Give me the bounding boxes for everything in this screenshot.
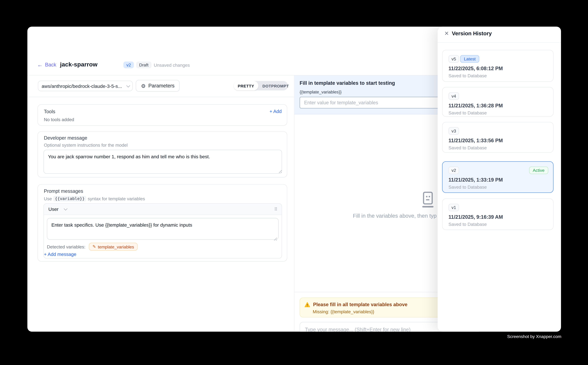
- template-variable-name: template_variables: [98, 244, 134, 249]
- warning-missing-text: Missing: {{template_variables}}: [313, 309, 374, 314]
- toolbar-divider: [28, 97, 294, 97]
- close-icon[interactable]: ×: [443, 29, 450, 38]
- version-number-badge: v1: [449, 204, 459, 211]
- version-card-v5[interactable]: v5 Latest 11/22/2025, 6:08:12 PM Saved t…: [442, 50, 553, 82]
- subtitle-suffix: syntax for template variables: [88, 196, 145, 201]
- empty-state-text: Fill in the variables above, then typ: [353, 213, 437, 219]
- view-mode-toggle: PRETTY DOTPROMPT: [234, 81, 288, 90]
- active-badge: Active: [529, 167, 548, 174]
- version-card-v4[interactable]: v4 11/21/2025, 1:36:28 PM Saved to Datab…: [442, 87, 553, 117]
- pencil-icon: ✎: [92, 244, 96, 249]
- unsaved-changes-label: Unsaved changes: [154, 63, 190, 68]
- version-number-badge: v5: [449, 55, 459, 63]
- version-card-v1[interactable]: v1 11/21/2025, 9:16:39 AM Saved to Datab…: [442, 198, 553, 230]
- developer-message-title: Developer message: [44, 135, 87, 141]
- version-timestamp: 11/21/2025, 9:16:39 AM: [449, 214, 503, 220]
- chevron-down-icon[interactable]: [64, 207, 68, 211]
- robot-head: [423, 192, 433, 204]
- screenshot-stage: ← Back jack-sparrow v2 Draft Unsaved cha…: [0, 0, 588, 365]
- drag-handle-icon[interactable]: ⠿: [274, 207, 277, 212]
- version-number-badge: v4: [449, 92, 459, 100]
- toggle-pretty[interactable]: PRETTY: [234, 81, 258, 90]
- message-block: User ⠿ Enter task specifics. Use {{templ…: [44, 203, 282, 259]
- version-status: Saved to Database: [449, 110, 487, 116]
- version-timestamp: 11/22/2025, 6:08:12 PM: [449, 66, 503, 71]
- gear-icon: ⚙: [141, 83, 146, 88]
- back-label: Back: [45, 62, 56, 68]
- role-select-value[interactable]: User: [48, 206, 59, 212]
- robot-base: [422, 206, 434, 208]
- page-title: jack-sparrow: [60, 61, 97, 68]
- detected-variables-row: Detected variables: ✎ template_variables: [47, 243, 138, 251]
- resize-handle-icon[interactable]: [273, 237, 277, 240]
- robot-icon: [420, 192, 435, 209]
- warning-icon: [304, 302, 310, 307]
- watermark-text: Screenshot by Xnapper.com: [507, 334, 561, 339]
- chevron-down-icon: [126, 84, 130, 87]
- version-number-badge: v2: [449, 167, 459, 174]
- version-history-title: Version History: [452, 30, 492, 36]
- subtitle-prefix: Use: [44, 196, 52, 201]
- version-card-v3[interactable]: v3 11/21/2025, 1:33:56 PM Saved to Datab…: [442, 122, 553, 153]
- tools-card: Tools + Add No tools added: [38, 104, 287, 126]
- drawer-divider: [438, 42, 561, 43]
- add-message-button[interactable]: + Add message: [44, 252, 76, 257]
- warning-title: Please fill in all template variables ab…: [313, 302, 408, 307]
- version-timestamp: 11/21/2025, 1:33:19 PM: [449, 177, 503, 183]
- tools-title: Tools: [44, 109, 55, 114]
- version-badge: v2: [123, 62, 134, 68]
- toggle-dotprompt[interactable]: DOTPROMPT: [258, 81, 293, 90]
- version-status: Saved to Database: [449, 73, 487, 78]
- tools-empty-text: No tools added: [44, 117, 74, 122]
- version-history-drawer: × Version History v5 Latest 11/22/2025, …: [438, 27, 561, 332]
- version-status: Saved to Database: [449, 145, 487, 150]
- version-timestamp: 11/21/2025, 1:33:56 PM: [449, 138, 503, 143]
- version-number-badge: v3: [449, 127, 459, 135]
- model-select[interactable]: aws/anthropic/bedrock-claude-3-5-s...: [38, 81, 133, 91]
- developer-message-subtitle: Optional system instructions for the mod…: [44, 142, 128, 148]
- app-window: ← Back jack-sparrow v2 Draft Unsaved cha…: [28, 27, 561, 332]
- version-status: Saved to Database: [449, 222, 487, 227]
- back-button[interactable]: ← Back: [37, 62, 56, 68]
- version-status: Saved to Database: [449, 185, 487, 190]
- user-message-textarea[interactable]: Enter task specifics. Use {{template_var…: [47, 218, 279, 240]
- banner-title: Fill in template variables to start test…: [300, 80, 395, 86]
- version-card-v2-active[interactable]: v2 Active 11/21/2025, 1:33:19 PM Saved t…: [442, 161, 553, 193]
- developer-message-textarea[interactable]: You are jack sparrow number 1, respond a…: [44, 150, 282, 174]
- prompt-messages-title: Prompt messages: [44, 188, 83, 194]
- developer-message-card: Developer message Optional system instru…: [38, 131, 287, 177]
- detected-variables-label: Detected variables:: [47, 244, 85, 249]
- back-arrow-icon: ←: [37, 62, 43, 68]
- resize-handle-icon[interactable]: [278, 169, 282, 173]
- draft-badge: Draft: [136, 62, 152, 68]
- variable-syntax-chip: {{variable}}: [53, 196, 86, 202]
- add-tool-button[interactable]: + Add: [270, 109, 282, 114]
- prompt-messages-card: Prompt messages Use {{variable}} syntax …: [38, 184, 287, 261]
- latest-badge: Latest: [460, 55, 479, 63]
- template-variable-chip[interactable]: ✎ template_variables: [89, 243, 138, 251]
- parameters-label: Parameters: [148, 83, 174, 89]
- model-select-value: aws/anthropic/bedrock-claude-3-5-s...: [42, 83, 124, 89]
- variable-label: {{template_variables}}: [300, 90, 342, 94]
- message-role-header: User ⠿: [44, 204, 282, 215]
- prompt-messages-subtitle: Use {{variable}} syntax for template var…: [44, 196, 145, 202]
- version-timestamp: 11/21/2025, 1:36:28 PM: [449, 103, 503, 108]
- parameters-button[interactable]: ⚙ Parameters: [136, 80, 180, 91]
